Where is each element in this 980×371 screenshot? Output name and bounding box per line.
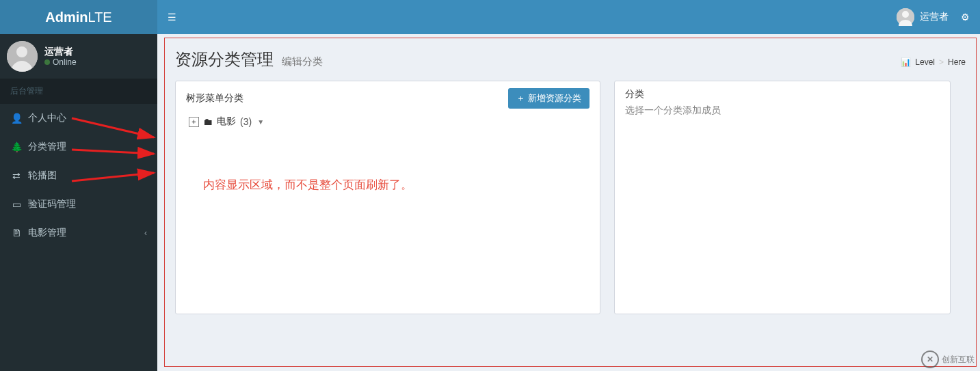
annotation-note: 内容显示区域，而不是整个页面刷新了。 — [203, 177, 412, 193]
brand-logo[interactable]: AdminLTE — [0, 0, 157, 34]
brand-bold: Admin — [45, 10, 88, 25]
svg-point-1 — [16, 46, 27, 57]
content-body: 树形菜单分类 ＋新增资源分类 + 🖿 电影 (3) ▼ 内容显 — [165, 70, 976, 325]
tree-root-label: 电影 — [217, 115, 236, 128]
watermark: ✕ 创新互联 — [921, 351, 975, 368]
top-navbar: ☰ 运营者 ⚙ — [157, 0, 980, 34]
sidebar-item-carousel[interactable]: ⇄ 轮播图 — [0, 161, 157, 190]
main: ☰ 运营者 ⚙ 资源分类管理 编辑分类 📊 Level — [157, 0, 980, 371]
breadcrumb-here: Here — [948, 57, 966, 67]
breadcrumb-sep: > — [939, 57, 944, 67]
user-icon: 👤 — [10, 113, 23, 124]
svg-point-3 — [902, 11, 909, 18]
page-subtitle: 编辑分类 — [282, 55, 323, 67]
panel-tree-title: 树形菜单分类 — [186, 92, 243, 105]
sidebar-user-status: Online — [44, 57, 77, 68]
chevron-left-icon: ‹ — [144, 228, 147, 238]
tree-root-row[interactable]: + 🖿 电影 (3) ▼ — [189, 115, 590, 128]
sidebar-item-label: 个人中心 — [28, 112, 66, 124]
sidebar-item-movie[interactable]: 🖹 电影管理 ‹ — [0, 219, 157, 247]
content-wrapper: 资源分类管理 编辑分类 📊 Level > Here 树形菜单分类 — [157, 34, 980, 371]
sidebar-user-panel: 运营者 Online — [0, 34, 157, 79]
sidebar-item-label: 电影管理 — [28, 227, 66, 239]
panel-tree: 树形菜单分类 ＋新增资源分类 + 🖿 电影 (3) ▼ 内容显 — [175, 81, 600, 314]
panel-members-title: 分类 — [625, 88, 940, 100]
sidebar-item-label: 轮播图 — [28, 169, 57, 182]
nav-avatar[interactable] — [897, 8, 914, 26]
file-icon: 🖹 — [10, 228, 23, 238]
menu-toggle-icon[interactable]: ☰ — [168, 12, 176, 23]
plus-icon: ＋ — [516, 92, 525, 105]
status-dot-icon — [44, 59, 50, 65]
tree-root-count: (3) — [240, 116, 252, 127]
folder-icon: 🖿 — [203, 116, 213, 127]
content-border: 资源分类管理 编辑分类 📊 Level > Here 树形菜单分类 — [164, 38, 977, 367]
sidebar-item-profile[interactable]: 👤 个人中心 — [0, 104, 157, 133]
brand-light: LTE — [88, 10, 112, 25]
idcard-icon: ▭ — [10, 199, 23, 210]
sidebar-section-header: 后台管理 — [0, 79, 157, 104]
avatar[interactable] — [7, 41, 38, 72]
add-category-button[interactable]: ＋新增资源分类 — [508, 88, 590, 109]
breadcrumb: 📊 Level > Here — [901, 57, 966, 67]
sidebar-item-label: 验证码管理 — [28, 198, 76, 210]
exchange-icon: ⇄ — [10, 170, 23, 181]
sidebar-user-name: 运营者 — [44, 45, 77, 57]
panel-members: 分类 选择一个分类添加成员 — [614, 81, 951, 314]
sidebar-item-label: 分类管理 — [28, 141, 66, 153]
sidebar: AdminLTE 运营者 Online 后台管理 👤 个人中心 🌲 分类管理 — [0, 0, 157, 371]
breadcrumb-level[interactable]: Level — [915, 57, 935, 67]
expand-icon[interactable]: + — [189, 117, 199, 127]
sidebar-menu: 👤 个人中心 🌲 分类管理 ⇄ 轮播图 ▭ 验证码管理 🖹 电影管理 ‹ — [0, 104, 157, 247]
sidebar-item-category[interactable]: 🌲 分类管理 — [0, 133, 157, 161]
page-title: 资源分类管理 编辑分类 — [175, 49, 323, 70]
content-header: 资源分类管理 编辑分类 📊 Level > Here — [165, 38, 976, 70]
watermark-text: 创新互联 — [942, 354, 975, 366]
caret-down-icon[interactable]: ▼ — [257, 118, 264, 126]
watermark-logo-icon: ✕ — [921, 351, 939, 368]
tree-icon: 🌲 — [10, 141, 23, 152]
dashboard-icon: 📊 — [901, 57, 911, 67]
sidebar-item-captcha[interactable]: ▭ 验证码管理 — [0, 190, 157, 219]
gear-icon[interactable]: ⚙ — [961, 12, 970, 23]
nav-user-name[interactable]: 运营者 — [920, 11, 949, 23]
panel-members-hint: 选择一个分类添加成员 — [625, 105, 940, 117]
